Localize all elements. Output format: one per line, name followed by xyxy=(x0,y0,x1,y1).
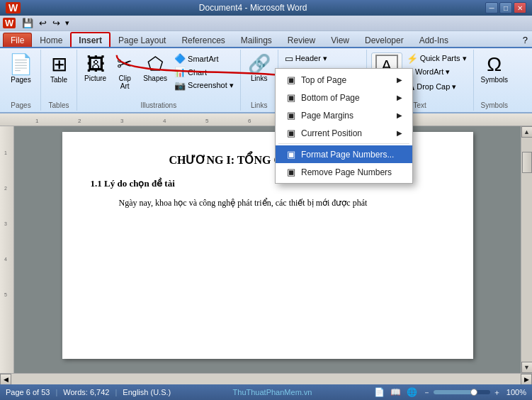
smartart-icon: 🔷 xyxy=(174,53,186,64)
pages-icon: 📄 xyxy=(9,54,33,76)
page-number-dropdown-menu: ▣ Top of Page ▶ ▣ Bottom of Page ▶ ▣ Pag… xyxy=(275,68,413,184)
shapes-button[interactable]: ⬠ Shapes xyxy=(140,52,170,84)
page-paragraph: Ngày nay, khoa học và công nghệ phát tri… xyxy=(91,196,445,209)
clipart-icon: ✂ xyxy=(117,54,132,74)
status-right-area: 📄 📖 🌐 － ＋ 100% xyxy=(374,387,526,398)
header-button[interactable]: ▭ Header ▾ xyxy=(283,52,329,65)
links-button[interactable]: 🔗 Links xyxy=(245,52,273,84)
smartart-button[interactable]: 🔷 SmartArt xyxy=(172,52,236,65)
symbols-icon: Ω xyxy=(487,54,502,76)
scroll-track[interactable] xyxy=(521,138,532,362)
help-button[interactable]: ? xyxy=(519,33,532,47)
menu-item-current-position[interactable]: ▣ Current Position ▶ xyxy=(276,124,412,142)
chart-button[interactable]: 📊 Chart xyxy=(172,66,236,78)
wordart-button[interactable]: A WordArt ▾ xyxy=(404,66,469,78)
view-icon-web[interactable]: 🌐 xyxy=(407,387,417,397)
view-icon-reading[interactable]: 📖 xyxy=(390,387,401,397)
scroll-up-button[interactable]: ▲ xyxy=(521,126,533,138)
menu-item-remove-page-numbers[interactable]: ▣ Remove Page Numbers xyxy=(276,163,412,181)
svg-text:1: 1 xyxy=(35,118,39,124)
menu-item-top-of-page[interactable]: ▣ Top of Page ▶ xyxy=(276,71,412,89)
pages-button[interactable]: 📄 Pages xyxy=(6,52,36,85)
svg-text:5: 5 xyxy=(205,118,209,124)
quickparts-icon: ⚡ xyxy=(407,53,418,64)
svg-text:2: 2 xyxy=(4,186,7,191)
qat-save[interactable]: 💾 xyxy=(20,17,35,29)
scroll-thumb[interactable] xyxy=(522,152,532,173)
ribbon-group-links: 🔗 Links Links xyxy=(241,50,278,111)
minimize-button[interactable]: ─ xyxy=(485,2,498,13)
svg-text:2: 2 xyxy=(78,118,81,124)
dropdown-menu-list: ▣ Top of Page ▶ ▣ Bottom of Page ▶ ▣ Pag… xyxy=(275,68,413,184)
dropcap-button[interactable]: A Drop Cap ▾ xyxy=(404,79,469,94)
svg-text:4: 4 xyxy=(4,257,7,262)
maximize-button[interactable]: □ xyxy=(499,2,512,13)
zoom-level: 100% xyxy=(506,388,526,396)
qat-dropdown[interactable]: ▾ xyxy=(64,18,71,28)
tab-view[interactable]: View xyxy=(323,33,357,47)
ribbon: 📄 Pages Pages ⊞ Table Tables 🖼 Picture xyxy=(0,48,532,113)
ribbon-group-pages: 📄 Pages Pages xyxy=(1,50,41,111)
current-position-icon: ▣ xyxy=(285,128,297,138)
qat-redo[interactable]: ↪ xyxy=(50,17,62,29)
svg-rect-1 xyxy=(14,114,496,126)
picture-button[interactable]: 🖼 Picture xyxy=(81,52,109,84)
tab-addins[interactable]: Add-Ins xyxy=(412,33,456,47)
tab-references[interactable]: References xyxy=(174,33,232,47)
window-title: Document4 - Microsoft Word xyxy=(21,3,485,13)
clipart-button[interactable]: ✂ ClipArt xyxy=(111,52,138,91)
zoom-out-button[interactable]: － xyxy=(423,387,431,398)
tab-pagelayout[interactable]: Page Layout xyxy=(111,33,174,47)
bottom-of-page-icon: ▣ xyxy=(285,92,297,103)
tables-group-label: Tables xyxy=(45,100,72,111)
zoom-slider-fill xyxy=(434,390,473,394)
screenshot-button[interactable]: 📷 Screenshot ▾ xyxy=(172,79,236,91)
ruler-marks: 1 2 3 4 5 6 7 8 xyxy=(14,114,496,126)
tab-home[interactable]: Home xyxy=(32,33,70,47)
ribbon-group-illustrations: 🖼 Picture ✂ ClipArt ⬠ Shapes 🔷 SmartArt xyxy=(77,50,241,111)
menu-item-page-margins[interactable]: ▣ Page Margins ▶ xyxy=(276,106,412,124)
tab-bar: File Home Insert Page Layout References … xyxy=(0,31,532,48)
quickparts-button[interactable]: ⚡ Quick Parts ▾ xyxy=(404,52,469,65)
ruler-vertical: 1 2 3 4 5 xyxy=(0,126,14,373)
scrollbar-vertical[interactable]: ▲ ▼ xyxy=(521,126,532,373)
tab-mailings[interactable]: Mailings xyxy=(233,33,280,47)
symbols-button[interactable]: Ω Symbols xyxy=(478,52,511,85)
table-button[interactable]: ⊞ Table xyxy=(45,52,72,85)
zoom-in-button[interactable]: ＋ xyxy=(493,387,501,398)
ribbon-group-symbols: Ω Symbols Symbols xyxy=(474,50,515,111)
close-button[interactable]: ✕ xyxy=(514,2,526,13)
tab-review[interactable]: Review xyxy=(280,33,323,47)
svg-text:6: 6 xyxy=(248,118,251,124)
scroll-left-button[interactable]: ◀ xyxy=(0,374,11,385)
svg-text:5: 5 xyxy=(4,292,7,297)
title-bar: W Document4 - Microsoft Word ─ □ ✕ xyxy=(0,0,532,16)
status-bar: Page 6 of 53 | Words: 6,742 | English (U… xyxy=(0,384,532,400)
symbols-group-label: Symbols xyxy=(478,100,511,111)
zoom-slider[interactable] xyxy=(434,390,490,394)
view-icon-print[interactable]: 📄 xyxy=(374,387,385,397)
svg-text:1: 1 xyxy=(4,150,7,155)
word-count: Words: 6,742 xyxy=(63,388,109,396)
tab-file[interactable]: File xyxy=(3,33,32,47)
table-icon: ⊞ xyxy=(51,54,67,76)
svg-text:3: 3 xyxy=(120,118,124,124)
qat-undo[interactable]: ↩ xyxy=(37,17,49,29)
header-icon: ▭ xyxy=(285,53,293,64)
screenshot-icon: 📷 xyxy=(174,80,186,91)
tab-insert[interactable]: Insert xyxy=(70,32,111,47)
zoom-control[interactable]: － ＋ 100% xyxy=(423,387,526,398)
office-button[interactable]: W xyxy=(3,18,16,28)
scroll-down-button[interactable]: ▼ xyxy=(521,362,533,373)
pages-group-label: Pages xyxy=(6,100,36,111)
menu-item-format-page-numbers[interactable]: ▣ Format Page Numbers... xyxy=(276,145,412,163)
scroll-right-button[interactable]: ▶ xyxy=(521,374,532,385)
ruler-vertical-marks: 1 2 3 4 5 xyxy=(1,133,13,360)
links-icon: 🔗 xyxy=(248,54,271,74)
tab-developer[interactable]: Developer xyxy=(357,33,412,47)
ruler-horizontal: 1 2 3 4 5 6 7 8 xyxy=(0,113,532,126)
top-of-page-icon: ▣ xyxy=(285,74,297,85)
zoom-slider-thumb[interactable] xyxy=(470,389,477,396)
menu-item-bottom-of-page[interactable]: ▣ Bottom of Page ▶ xyxy=(276,89,412,106)
watermark-text: ThuThuatPhanMem.vn xyxy=(233,388,312,396)
